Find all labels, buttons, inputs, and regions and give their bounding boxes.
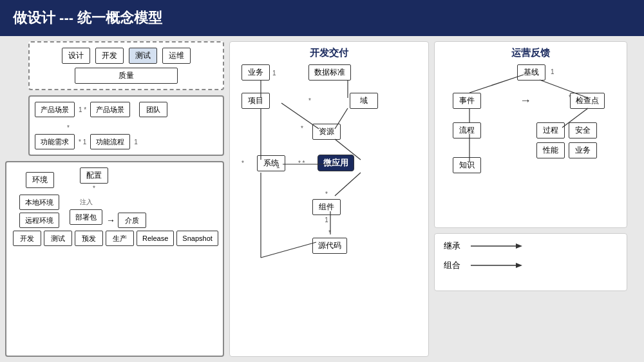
mult3: * 1 [79,138,86,146]
svg-line-10 [261,242,316,258]
svg-marker-17 [516,243,522,249]
role-section-wrapper: 角色 设计 开发 测试 运维 质量 [5,41,224,90]
box-component: 组件 [312,199,341,215]
box-system: 系统 [257,155,285,171]
svg-marker-19 [516,263,522,268]
box-env: 环境 [26,172,54,188]
box-flow: 流程 [453,122,481,138]
box-checkpoint: 检查点 [570,93,605,109]
box-medium: 介质 [118,213,146,228]
box-security: 安全 [569,122,597,138]
box-func-req: 功能需求 [35,134,75,149]
legend-compose-label: 组合 [444,260,460,271]
box-test: 测试 [129,48,157,64]
page-header: 做设计 --- 统一概念模型 [0,0,644,36]
box-data-std: 数据标准 [308,64,351,81]
box-resource: 资源 [312,124,341,140]
mult-baseline: 1 [551,68,554,75]
box-business: 业务 [242,64,270,81]
box-prod-scene1: 产品场景 [35,102,75,117]
mult-proj: * [308,97,311,104]
mult-comp2: 1 [325,216,328,224]
role-section: 设计 开发 测试 运维 质量 [28,41,224,90]
left-panel: 角色 设计 开发 测试 运维 质量 规划 产品场景 1 * 产品 [5,41,224,357]
box-env-dev: 开发 [13,231,41,246]
compose-arrow [471,260,522,271]
release-button[interactable]: Release [137,231,174,246]
box-project: 项目 [242,93,270,109]
box-micro-app: 微应用 [317,155,354,171]
plan-section: 产品场景 1 * 产品场景 团队 * 功能需求 * 1 功能流程 1 [28,95,224,156]
box-env-pre: 预发 [75,231,103,246]
box-source-code: 源代码 [312,238,347,254]
box-deploy-pkg: 部署包 [70,209,102,225]
middle-title: 开发交付 [235,47,423,59]
mult-sys1: * [242,160,244,167]
box-local-env: 本地环境 [19,195,59,210]
box-domain: 域 [350,93,378,109]
inject-label: 注入 [80,198,93,207]
right-panel: 运营反馈 基线 1 事件 → 检查点 * 流程 [434,41,627,357]
mult-config: * [93,185,95,192]
mult-comp1: * [325,191,328,198]
box-prod-scene2: 产品场景 [90,102,130,117]
main-content: 角色 设计 开发 测试 运维 质量 规划 产品场景 1 * 产品 [0,36,644,362]
mult-sys2: * * [298,160,305,167]
ops-title: 运营反馈 [440,47,621,59]
ops-panel: 运营反馈 基线 1 事件 → 检查点 * 流程 [434,41,627,228]
mult-sys3: 1 [276,162,280,169]
arrow-event: → [520,94,531,108]
mult-check: * [569,94,571,101]
box-remote-env: 远程环境 [19,213,59,228]
box-event: 事件 [453,93,481,109]
mult4: 1 [134,138,138,146]
box-knowledge: 知识 [453,157,481,173]
deploy-section: 环境 配置 * 本地环境 远程环境 注入 部署包 [5,161,224,357]
box-config: 配置 [80,167,108,184]
legend-panel: 继承 组合 [434,233,627,291]
legend-inherit-label: 继承 [444,240,460,252]
plan-section-wrapper: 规划 产品场景 1 * 产品场景 团队 * 功能需求 * 1 功能流程 1 [5,95,224,156]
mult-biz: 1 [272,70,276,77]
box-design: 设计 [62,48,90,64]
box-biz2: 业务 [569,142,597,158]
snapshot-button[interactable]: Snapshot [176,231,218,246]
svg-line-13 [469,75,524,93]
box-perf: 性能 [536,142,565,158]
box-ops: 运维 [162,48,191,64]
box-process: 过程 [536,122,565,138]
arrow-deploy: → [106,215,115,225]
box-env-prod: 生产 [106,231,134,246]
box-dev: 开发 [95,48,124,64]
box-team: 团队 [139,102,167,117]
box-baseline: 基线 [517,64,545,81]
middle-panel: 开发交付 业务 数据标准 1 项目 * 域 资源 * [229,41,429,357]
inherit-arrow [471,241,522,251]
box-func-flow: 功能流程 [90,134,130,149]
mult2: * [67,124,70,131]
mult-src: * [328,229,331,236]
mult-res: * [301,125,303,132]
mult1: 1 * [79,106,86,113]
page-title: 做设计 --- 统一概念模型 [13,8,162,28]
box-quality: 质量 [75,68,178,84]
box-env-test: 测试 [44,231,72,246]
